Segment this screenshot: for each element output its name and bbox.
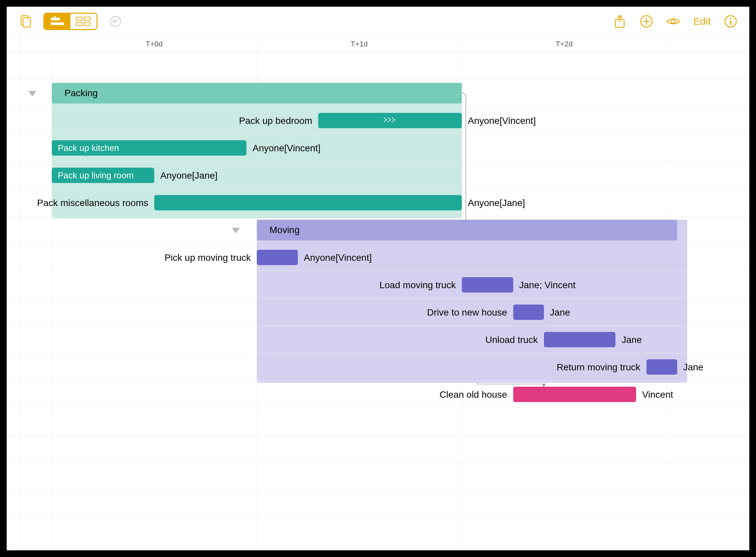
moving-task-3-resource: Jane	[622, 334, 642, 345]
packing-task-2-resource: Anyone[Jane]	[160, 170, 217, 181]
moving-task-0-name: Pick up moving truck	[165, 253, 251, 263]
svg-point-12	[671, 19, 675, 23]
moving-task-4-name: Return moving truck	[557, 362, 640, 373]
time-column-label: T+1d	[257, 36, 462, 52]
moving-task-0-bar[interactable]	[257, 250, 298, 265]
progress-chevrons-icon	[383, 117, 397, 124]
time-column-label: T+2d	[462, 36, 667, 52]
svg-rect-7	[76, 22, 82, 26]
moving-task-1-resource: Jane; Vincent	[519, 280, 576, 291]
packing-task-3-resource: Anyone[Jane]	[468, 198, 525, 208]
time-column-label: T+0d	[52, 36, 257, 52]
packing-task-3-bar[interactable]	[154, 195, 462, 210]
svg-rect-3	[51, 22, 64, 25]
packing-task-3-name: Pack miscellaneous rooms	[37, 198, 148, 208]
moving-task-1-name: Load moving truck	[379, 280, 456, 291]
moving-task-3-bar[interactable]	[544, 332, 616, 347]
packing-task-0-name: Pack up bedroom	[239, 116, 312, 126]
moving-task-2-bar[interactable]	[513, 304, 544, 320]
documents-button[interactable]	[17, 13, 34, 30]
packing-task-0-resource: Anyone[Vincent]	[468, 116, 535, 126]
view-toggle-gantt[interactable]	[45, 14, 70, 29]
view-options-button[interactable]	[665, 13, 682, 30]
standalone-task-0-bar[interactable]	[513, 387, 636, 402]
svg-point-9	[111, 17, 120, 26]
standalone-task-0-resource: Vincent	[642, 389, 673, 400]
packing-group-bar[interactable]: Packing	[52, 83, 462, 104]
add-button[interactable]	[638, 13, 655, 30]
moving-group-bar[interactable]: Moving	[257, 220, 677, 240]
packing-task-1-resource: Anyone[Vincent]	[253, 143, 320, 154]
packing-task-1-bar[interactable]: Pack up kitchen	[52, 140, 246, 156]
info-icon	[724, 14, 738, 28]
view-toggle[interactable]	[43, 13, 97, 30]
timeline-header: T+0dT+1dT+2d	[7, 36, 749, 52]
standalone-task-0-name: Clean old house	[439, 389, 507, 400]
edit-button[interactable]: Edit	[691, 16, 713, 27]
svg-rect-6	[84, 17, 90, 20]
packing-task-2-bar[interactable]: Pack up living room	[52, 168, 154, 183]
grid-view-icon	[76, 17, 91, 26]
svg-point-14	[730, 18, 731, 19]
svg-rect-5	[76, 17, 82, 20]
moving-task-2-name: Drive to new house	[427, 307, 507, 318]
info-button[interactable]	[722, 13, 739, 30]
moving-task-1-bar[interactable]	[462, 277, 513, 293]
share-button[interactable]	[611, 13, 629, 30]
svg-rect-2	[51, 18, 60, 20]
view-toggle-grid[interactable]	[70, 14, 96, 29]
documents-icon	[18, 14, 32, 28]
packing-task-0-bar[interactable]	[318, 113, 462, 128]
moving-task-4-bar[interactable]	[646, 359, 677, 375]
moving-disclosure[interactable]	[230, 225, 241, 236]
svg-rect-15	[730, 20, 731, 25]
moving-task-3-name: Unload truck	[485, 334, 537, 345]
toolbar: Edit	[7, 7, 749, 36]
undo-icon	[109, 15, 122, 28]
moving-task-2-resource: Jane	[550, 307, 570, 318]
svg-rect-1	[23, 18, 30, 27]
share-icon	[613, 14, 626, 29]
moving-task-0-resource: Anyone[Vincent]	[304, 253, 372, 263]
svg-rect-8	[84, 22, 90, 26]
undo-button[interactable]	[107, 13, 124, 30]
add-icon	[639, 14, 653, 28]
eye-icon	[666, 16, 681, 27]
moving-task-4-resource: Jane	[683, 362, 704, 373]
svg-rect-4	[53, 17, 56, 18]
gantt-view-icon	[50, 17, 65, 26]
gantt-chart[interactable]: PackingPack up bedroomAnyone[Vincent]Pac…	[7, 52, 749, 550]
